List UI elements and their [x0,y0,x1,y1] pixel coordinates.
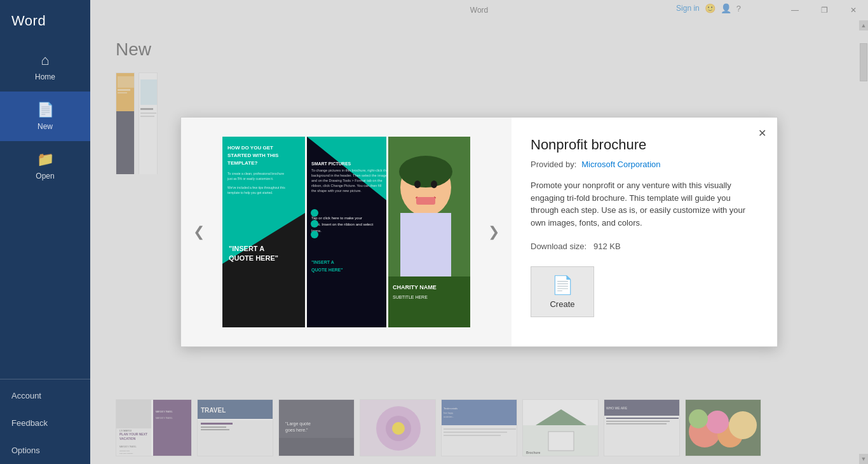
svg-text:QUOTE HERE": QUOTE HERE" [311,268,343,273]
modal-description: Promote your nonprofit or any venture wi… [531,179,758,229]
svg-rect-91 [400,213,451,276]
modal-download-label: Download size: [531,242,587,251]
sidebar-item-account[interactable]: Account [0,382,90,409]
svg-point-88 [414,181,421,188]
svg-text:the shape with your new pictur: the shape with your new picture. [311,189,362,193]
create-button[interactable]: 📄 Create [531,266,594,317]
modal-provider-row: Provided by: Microsoft Corporation [531,160,758,169]
sidebar-item-feedback[interactable]: Feedback [0,409,90,437]
sidebar-item-label-open: Open [36,172,54,181]
svg-text:TEMPLATE?: TEMPLATE? [227,160,258,166]
svg-text:QUOTE HERE": QUOTE HERE" [229,254,278,262]
svg-text:"INSERT A: "INSERT A [229,245,264,252]
svg-point-74 [311,220,318,228]
create-button-label: Create [550,299,574,309]
svg-point-73 [311,209,318,217]
template-detail-modal: ✕ ❮ "INSERT A QUOTE HERE" Tap or click h… [180,117,778,347]
svg-text:HOW DO YOU GET: HOW DO YOU GET [227,145,273,151]
svg-text:ribbon, click Change Picture. : ribbon, click Change Picture. You can th… [311,184,381,188]
sidebar-item-new[interactable]: 📄 New [0,92,90,141]
open-folder-icon: 📁 [37,151,54,168]
new-doc-icon: 📄 [37,102,54,118]
svg-text:background in the header. Then: background in the header. Then select th… [311,174,387,177]
sidebar-item-open[interactable]: 📁 Open [0,141,90,191]
sidebar-item-home[interactable]: ⌂ Home [0,42,90,92]
svg-text:SUBTITLE HERE: SUBTITLE HERE [393,295,428,299]
sidebar-app-name: Word [0,0,90,42]
modal-overlay: ✕ ❮ "INSERT A QUOTE HERE" Tap or click h… [90,0,868,464]
svg-text:We've included a few tips thro: We've included a few tips throughout thi… [227,186,285,189]
sidebar-item-options[interactable]: Options [0,437,90,464]
modal-preview-area: ❮ "INSERT A QUOTE HERE" Tap or click her… [181,118,512,346]
modal-download-size: 912 KB [593,242,621,251]
create-doc-icon: 📄 [552,275,574,296]
sidebar-item-label-new: New [37,122,53,131]
modal-next-button[interactable]: ❯ [482,221,505,243]
sidebar: Word ⌂ Home 📄 New 📁 Open Account Feedbac… [0,0,90,464]
modal-prev-button[interactable]: ❮ [187,221,210,243]
svg-rect-90 [416,197,435,205]
svg-text:To change pictures in this bro: To change pictures in this brochure, rig… [311,168,388,172]
svg-text:STARTED WITH THIS: STARTED WITH THIS [227,153,279,158]
modal-info-panel: Nonprofit brochure Provided by: Microsof… [512,118,777,346]
modal-close-button[interactable]: ✕ [754,125,770,140]
main-area: Word Sign in 🙂 👤 ? — ❐ ✕ New [90,0,868,464]
svg-text:just as 5% or easily customize: just as 5% or easily customize it. [227,177,273,181]
svg-point-89 [431,181,437,188]
svg-text:To create a clean, professiona: To create a clean, professional brochure [227,172,284,175]
modal-provider-link[interactable]: Microsoft Corporation [581,160,660,169]
svg-point-75 [311,231,318,238]
modal-template-title: Nonprofit brochure [531,137,758,153]
svg-text:Tap or click here to make your: Tap or click here to make your [311,216,362,220]
home-icon: ⌂ [41,52,49,69]
svg-point-87 [399,156,452,188]
svg-text:and on the Drawing Tools > For: and on the Drawing Tools > Format tab on… [311,179,383,182]
svg-text:"INSERT A: "INSERT A [311,260,334,264]
svg-text:template to help you get start: template to help you get started. [227,191,273,194]
svg-text:SMART PICTURES: SMART PICTURES [311,161,351,166]
modal-provider-label: Provided by: [531,160,576,169]
sidebar-item-label-home: Home [35,72,55,81]
svg-text:CHARITY NAME: CHARITY NAME [393,284,437,290]
brochure-preview-image: "INSERT A QUOTE HERE" Tap or click here … [222,137,470,327]
svg-text:point. Insert on the ribbon an: point. Insert on the ribbon and select [311,222,373,226]
modal-download-info: Download size: 912 KB [531,242,758,251]
